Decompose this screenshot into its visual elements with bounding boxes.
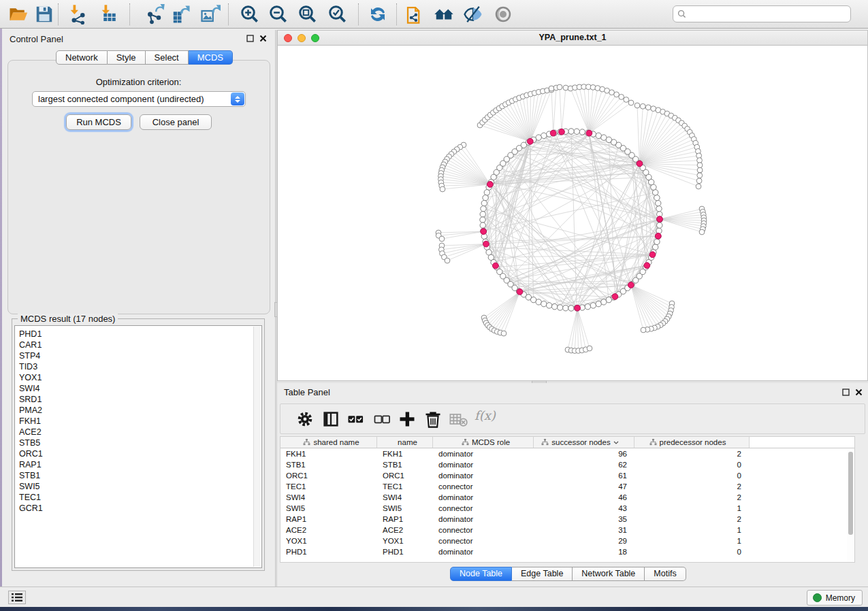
mcds-result-item[interactable]: STB1 xyxy=(19,470,43,481)
delete-table-icon[interactable] xyxy=(449,410,468,429)
table-row[interactable]: TEC1TEC1connector472 xyxy=(280,481,854,492)
network-node[interactable] xyxy=(551,303,557,309)
mcds-result-item[interactable]: GCR1 xyxy=(19,503,43,514)
mcds-dominator-node[interactable] xyxy=(586,130,592,136)
network-node[interactable] xyxy=(696,178,702,184)
close-panel-button[interactable]: Close panel xyxy=(140,114,212,130)
mcds-dominator-node[interactable] xyxy=(612,294,618,300)
share-network-document-icon[interactable] xyxy=(404,4,425,24)
network-node[interactable] xyxy=(697,173,703,178)
column-header-name[interactable]: name xyxy=(377,437,433,448)
tab-edge-table[interactable]: Edge Table xyxy=(512,567,573,581)
network-node[interactable] xyxy=(619,95,624,100)
mcds-result-item[interactable]: PMA2 xyxy=(19,405,43,416)
network-node[interactable] xyxy=(568,129,574,134)
table-row[interactable]: FKH1FKH1dominator962 xyxy=(280,448,854,459)
table-row[interactable]: SWI4SWI4dominator462 xyxy=(280,492,854,503)
mcds-result-item[interactable]: PHD1 xyxy=(19,329,43,340)
network-node[interactable] xyxy=(601,135,607,140)
table-row[interactable]: ACE2ACE2connector311 xyxy=(280,525,854,535)
network-node[interactable] xyxy=(480,217,485,222)
show-panels-button[interactable] xyxy=(8,591,26,604)
network-node[interactable] xyxy=(585,303,590,309)
network-node[interactable] xyxy=(628,100,634,105)
network-canvas[interactable] xyxy=(278,46,867,381)
network-node[interactable] xyxy=(656,206,662,212)
function-builder-icon[interactable]: f(x) xyxy=(475,408,496,423)
network-node[interactable] xyxy=(641,327,646,333)
mcds-result-item[interactable]: TID3 xyxy=(19,361,43,372)
mcds-result-item[interactable]: ORC1 xyxy=(19,448,43,459)
network-node[interactable] xyxy=(634,103,640,108)
delete-column-icon[interactable] xyxy=(423,410,443,429)
select-all-icon[interactable] xyxy=(346,410,365,429)
mcds-result-item[interactable]: FKH1 xyxy=(19,416,43,427)
table-row[interactable]: STB1STB1dominator620 xyxy=(280,459,854,470)
network-node[interactable] xyxy=(652,244,658,250)
open-session-icon[interactable] xyxy=(8,4,29,24)
network-node[interactable] xyxy=(696,184,701,189)
mcds-dominator-node[interactable] xyxy=(649,252,656,258)
mcds-dominator-node[interactable] xyxy=(550,130,556,136)
network-node[interactable] xyxy=(440,186,445,192)
memory-button[interactable]: Memory xyxy=(807,590,863,606)
clear-selection-icon[interactable] xyxy=(372,410,391,429)
network-node[interactable] xyxy=(541,301,547,306)
network-node[interactable] xyxy=(654,195,660,200)
network-node[interactable] xyxy=(699,229,705,235)
export-table-icon[interactable] xyxy=(171,4,191,24)
mcds-dominator-node[interactable] xyxy=(575,305,581,311)
run-mcds-button[interactable]: Run MCDS xyxy=(66,114,131,130)
network-node[interactable] xyxy=(481,206,486,212)
network-node[interactable] xyxy=(546,303,551,308)
network-node[interactable] xyxy=(652,190,658,195)
network-node[interactable] xyxy=(654,239,660,244)
network-node[interactable] xyxy=(587,346,592,351)
network-node[interactable] xyxy=(657,222,662,228)
mcds-result-item[interactable]: YOX1 xyxy=(19,372,43,383)
network-node[interactable] xyxy=(640,103,645,109)
mcds-result-item[interactable]: TEC1 xyxy=(19,492,43,503)
mcds-result-list[interactable]: PHD1CAR1STP4TID3YOX1SWI4SRD1PMA2FKH1ACE2… xyxy=(14,325,262,568)
zoom-out-icon[interactable] xyxy=(268,4,289,24)
network-node[interactable] xyxy=(645,105,651,110)
network-node[interactable] xyxy=(445,258,450,263)
network-node[interactable] xyxy=(697,158,703,163)
mcds-result-item[interactable]: RAP1 xyxy=(19,459,43,470)
network-node[interactable] xyxy=(480,212,485,217)
zoom-in-icon[interactable] xyxy=(240,4,260,24)
network-node[interactable] xyxy=(481,200,487,205)
node-table[interactable]: shared namenameMCDS rolesuccessor nodesp… xyxy=(280,436,855,563)
network-node[interactable] xyxy=(563,306,568,311)
search-box[interactable] xyxy=(673,5,851,22)
column-header-predecessor-nodes[interactable]: predecessor nodes xyxy=(634,437,750,448)
network-node[interactable] xyxy=(536,299,541,305)
network-node[interactable] xyxy=(501,331,507,336)
network-node[interactable] xyxy=(655,200,660,205)
mcds-result-item[interactable]: SWI4 xyxy=(19,383,43,394)
network-node[interactable] xyxy=(557,84,562,90)
table-row[interactable]: YOX1YOX1connector291 xyxy=(280,535,854,546)
tab-network-table[interactable]: Network Table xyxy=(573,567,645,581)
scrollbar-thumb[interactable] xyxy=(848,452,853,535)
mcds-dominator-node[interactable] xyxy=(657,216,663,222)
tab-select[interactable]: Select xyxy=(146,50,189,65)
close-panel-icon[interactable] xyxy=(259,34,268,43)
import-table-icon[interactable] xyxy=(99,4,120,24)
network-node[interactable] xyxy=(549,86,554,91)
save-session-icon[interactable] xyxy=(34,4,54,24)
network-node[interactable] xyxy=(483,195,488,200)
table-row[interactable]: RAP1RAP1dominator352 xyxy=(280,514,854,525)
export-image-icon[interactable] xyxy=(200,4,221,24)
column-header-MCDS-role[interactable]: MCDS role xyxy=(433,437,534,448)
mcds-dominator-node[interactable] xyxy=(644,263,650,269)
float-panel-icon[interactable] xyxy=(841,388,850,397)
table-row[interactable]: PHD1PHD1dominator180 xyxy=(280,546,854,557)
network-view-window[interactable]: YPA_prune.txt_1 xyxy=(277,30,868,381)
network-node[interactable] xyxy=(651,106,656,112)
network-node[interactable] xyxy=(480,222,485,228)
tab-node-table[interactable]: Node Table xyxy=(450,567,512,581)
mcds-result-item[interactable]: STB5 xyxy=(19,437,43,448)
optimization-criterion-select[interactable]: largest connected component (undirected) xyxy=(32,91,246,107)
network-node[interactable] xyxy=(541,133,547,138)
